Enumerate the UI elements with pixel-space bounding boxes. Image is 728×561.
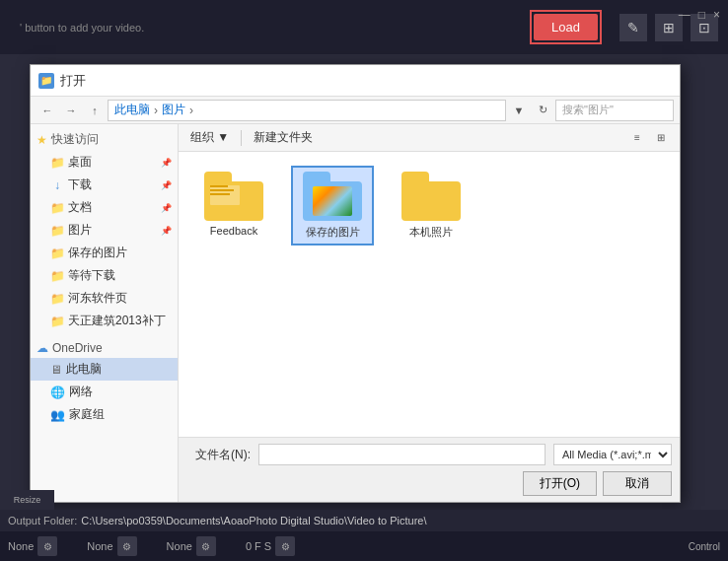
sidebar-item-pictures[interactable]: 📁 图片 📌 xyxy=(31,219,178,242)
dialog-navbar: ← → ↑ 此电脑 › 图片 › ▼ ↻ 搜索"图片" xyxy=(31,97,680,124)
dialog-buttons-row: 打开(O) 取消 xyxy=(186,471,672,496)
homegroup-icon: 👥 xyxy=(50,408,65,422)
folder-icon-wait: 📁 xyxy=(50,269,64,283)
file-grid-toolbar: 组织 ▼ 新建文件夹 ≡ ⊞ xyxy=(179,124,680,152)
filetype-select[interactable]: All Media (*.avi;*.m xyxy=(553,444,672,465)
onedrive-label: OneDrive xyxy=(52,341,103,355)
file-item-saved-pics[interactable]: 保存的图片 xyxy=(293,168,372,244)
nav-refresh-button[interactable]: ↻ xyxy=(532,100,553,121)
bottom-label-1: None xyxy=(8,540,34,552)
search-box[interactable]: 搜索"图片" xyxy=(555,100,674,121)
download-icon: ↓ xyxy=(50,178,64,192)
local-photos-label: 本机照片 xyxy=(409,225,453,240)
dialog-sidebar: ★ 快速访问 📁 桌面 📌 ↓ 下载 📌 📁 文档 📌 📁 图片 � xyxy=(31,124,179,502)
quick-access-label: 快速访问 xyxy=(51,131,99,148)
nav-up-button[interactable]: ↑ xyxy=(84,100,106,121)
pin-icon-pics: 📌 xyxy=(161,226,172,236)
bottom-icon-3[interactable]: ⚙ xyxy=(196,536,216,556)
topbar-hint: ' button to add your video. xyxy=(10,22,522,34)
sidebar-item-tianzhen[interactable]: 📁 天正建筑2013补丁 xyxy=(31,310,178,332)
app-icon-1[interactable]: ✎ xyxy=(619,14,647,41)
pin-icon-downloads: 📌 xyxy=(161,180,172,190)
folder-icon-tianzhen: 📁 xyxy=(50,315,64,328)
computer-label: 此电脑 xyxy=(66,361,102,378)
view-grid-btn[interactable]: ⊞ xyxy=(650,127,672,149)
sidebar-item-computer[interactable]: 🖥 此电脑 xyxy=(31,358,178,381)
close-button[interactable]: × xyxy=(713,8,720,22)
nav-dropdown-button[interactable]: ▼ xyxy=(508,100,530,121)
dialog-cancel-button[interactable]: 取消 xyxy=(603,471,672,496)
bottom-label-5: Control xyxy=(689,541,720,552)
dialog-body: ★ 快速访问 📁 桌面 📌 ↓ 下载 📌 📁 文档 📌 📁 图片 � xyxy=(31,124,680,502)
organize-menu[interactable]: 组织 ▼ xyxy=(186,127,233,148)
dialog-open-button[interactable]: 打开(O) xyxy=(523,471,597,496)
breadcrumb-computer[interactable]: 此电脑 xyxy=(114,102,150,118)
sidebar-label-tianzhen: 天正建筑2013补丁 xyxy=(68,313,166,329)
nav-forward-button[interactable]: → xyxy=(60,100,82,121)
filename-input[interactable] xyxy=(258,444,546,465)
maximize-button[interactable]: □ xyxy=(698,8,705,22)
resize-label: Resize xyxy=(14,495,41,505)
file-item-local-photos[interactable]: 本机照片 xyxy=(392,168,471,244)
app-topbar: ' button to add your video. Load ✎ ⊞ ⊡ xyxy=(0,0,728,54)
dialog-title-icon: 📁 xyxy=(38,73,54,89)
sidebar-onedrive[interactable]: ☁ OneDrive xyxy=(31,338,178,358)
saved-pics-label: 保存的图片 xyxy=(306,225,360,240)
folder-body-local xyxy=(401,181,461,221)
sidebar-item-network[interactable]: 🌐 网络 xyxy=(31,381,178,403)
dialog-bottom: 文件名(N): All Media (*.avi;*.m 打开(O) 取消 xyxy=(179,437,680,502)
dialog-title: 打开 xyxy=(60,72,86,90)
bottom-label-4: 0 F S xyxy=(246,540,271,552)
sidebar-item-downloads[interactable]: ↓ 下载 📌 xyxy=(31,174,178,196)
sidebar-label-desktop: 桌面 xyxy=(68,154,92,171)
folder-icon-docs: 📁 xyxy=(50,201,64,215)
computer-icon: 🖥 xyxy=(50,363,62,377)
feedback-folder-icon xyxy=(204,172,263,221)
file-dialog: 📁 打开 ← → ↑ 此电脑 › 图片 › ▼ ↻ 搜索"图片" ★ 快速访问 … xyxy=(30,64,681,503)
breadcrumb-sep-1: › xyxy=(154,104,158,117)
output-path: C:\Users\po0359\Documents\AoaoPhoto Digi… xyxy=(81,515,426,526)
sidebar-item-saved-pics[interactable]: 📁 保存的图片 xyxy=(31,242,178,264)
window-controls: — □ × xyxy=(679,8,720,22)
breadcrumb-pictures[interactable]: 图片 xyxy=(162,102,185,118)
search-placeholder: 搜索"图片" xyxy=(562,103,614,117)
bottom-label-2: None xyxy=(87,540,112,552)
view-list-btn[interactable]: ≡ xyxy=(626,127,648,149)
folder-icon-hedong: 📁 xyxy=(50,292,64,306)
file-item-feedback[interactable]: Feedback xyxy=(194,168,273,244)
breadcrumb-bar: 此电脑 › 图片 › xyxy=(108,100,506,121)
output-label: Output Folder: xyxy=(8,515,77,526)
load-button[interactable]: Load xyxy=(534,14,598,40)
sidebar-label-hedong: 河东软件页 xyxy=(68,290,127,307)
sidebar-item-desktop[interactable]: 📁 桌面 📌 xyxy=(31,151,178,174)
local-photos-folder-icon xyxy=(401,172,461,221)
network-icon: 🌐 xyxy=(50,386,65,399)
bottom-icon-1[interactable]: ⚙ xyxy=(37,536,57,556)
output-folder-bar: Output Folder: C:\Users\po0359\Documents… xyxy=(0,510,728,531)
sidebar-label-saved: 保存的图片 xyxy=(68,245,127,261)
sidebar-item-hedong[interactable]: 📁 河东软件页 xyxy=(31,287,178,310)
filename-row: 文件名(N): All Media (*.avi;*.m xyxy=(186,444,672,465)
sidebar-item-documents[interactable]: 📁 文档 📌 xyxy=(31,196,178,219)
photo-preview xyxy=(313,186,352,216)
new-folder-btn[interactable]: 新建文件夹 xyxy=(250,127,317,148)
cloud-icon: ☁ xyxy=(36,341,48,355)
bottom-item-2: None ⚙ xyxy=(87,536,136,556)
sidebar-label-downloads: 下载 xyxy=(68,176,92,193)
nav-back-button[interactable]: ← xyxy=(36,100,58,121)
bottom-icon-2[interactable]: ⚙ xyxy=(117,536,137,556)
sidebar-label-documents: 文档 xyxy=(68,199,92,216)
bottom-icon-4[interactable]: ⚙ xyxy=(275,536,295,556)
resize-bar: Resize xyxy=(0,490,54,510)
load-btn-wrapper: Load xyxy=(530,10,602,44)
sidebar-label-pictures: 图片 xyxy=(68,222,92,239)
pin-icon-docs: 📌 xyxy=(161,203,172,213)
sidebar-item-waiting-dl[interactable]: 📁 等待下载 xyxy=(31,264,178,287)
sidebar-quick-access[interactable]: ★ 快速访问 xyxy=(31,128,178,151)
bottom-item-3: None ⚙ xyxy=(167,536,216,556)
folder-body xyxy=(204,181,263,221)
folder-icon-saved: 📁 xyxy=(50,246,64,260)
folder-with-photo xyxy=(303,181,362,221)
minimize-button[interactable]: — xyxy=(679,8,691,22)
sidebar-item-homegroup[interactable]: 👥 家庭组 xyxy=(31,403,178,426)
